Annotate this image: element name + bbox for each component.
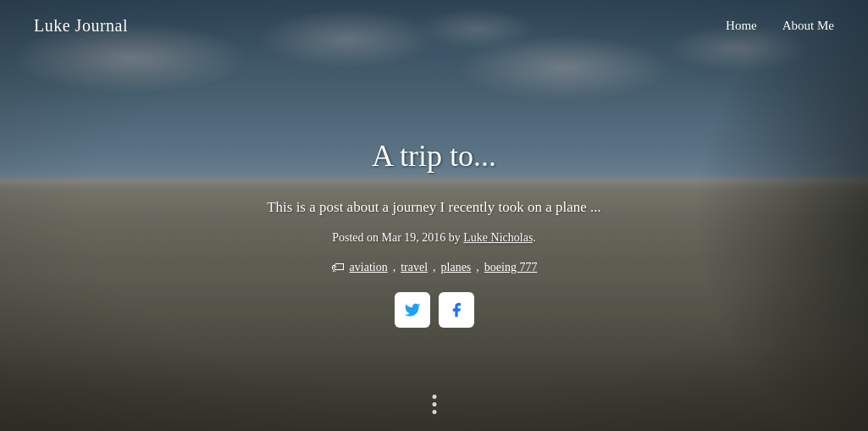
tag-planes[interactable]: planes <box>441 261 472 274</box>
social-buttons <box>138 292 731 328</box>
tag-travel[interactable]: travel <box>401 261 428 274</box>
post-title: A trip to... <box>138 138 731 174</box>
post-date: Mar 19, 2016 <box>381 231 445 244</box>
twitter-share-button[interactable] <box>395 292 430 328</box>
tag-aviation[interactable]: aviation <box>350 261 388 274</box>
post-meta: Posted on Mar 19, 2016 by Luke Nicholas. <box>138 231 731 245</box>
dot-1 <box>432 395 436 399</box>
site-title: Luke Journal <box>34 16 128 36</box>
comma1: , <box>393 261 396 274</box>
twitter-icon <box>404 301 421 318</box>
post-excerpt: This is a post about a journey I recentl… <box>138 199 731 216</box>
author-link[interactable]: Luke Nicholas <box>463 231 533 244</box>
tag-icon: 🏷 <box>331 260 345 275</box>
nav-home[interactable]: Home <box>726 19 757 33</box>
nav-about[interactable]: About Me <box>782 19 834 33</box>
comma2: , <box>433 261 436 274</box>
main-content: A trip to... This is a post about a jour… <box>138 138 731 328</box>
meta-by: by <box>449 231 461 244</box>
comma3: , <box>476 261 479 274</box>
facebook-icon <box>448 301 465 318</box>
dot-3 <box>432 410 436 414</box>
tag-boeing[interactable]: boeing 777 <box>484 261 538 274</box>
dots-indicator <box>432 395 436 414</box>
meta-prefix: Posted on <box>332 231 379 244</box>
dot-2 <box>432 402 436 406</box>
nav-links: Home About Me <box>726 19 834 33</box>
navigation: Luke Journal Home About Me <box>0 0 868 51</box>
facebook-share-button[interactable] <box>439 292 474 328</box>
hero-section: Luke Journal Home About Me A trip to... … <box>0 0 868 431</box>
tags-row: 🏷 aviation, travel, planes, boeing 777 <box>138 260 731 275</box>
